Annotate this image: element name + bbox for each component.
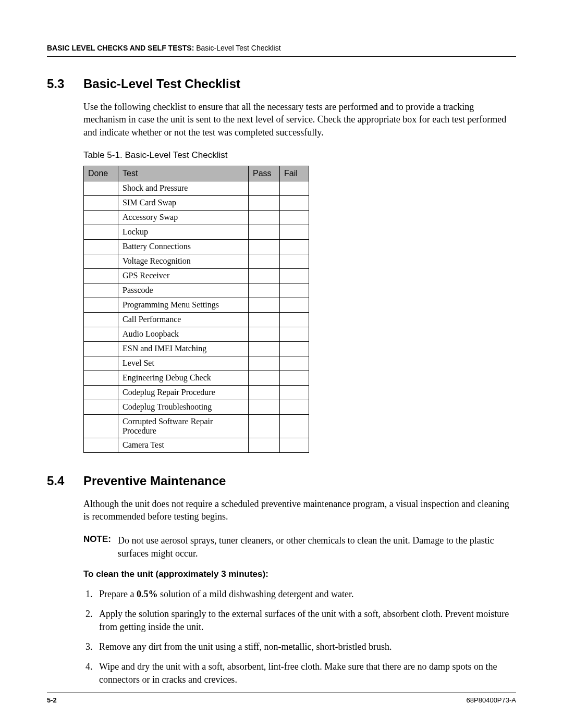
cell-pass	[249, 312, 280, 327]
note-text: Do not use aerosol sprays, tuner cleaner…	[118, 534, 516, 560]
cell-done	[84, 312, 118, 327]
section-5-4-intro: Although the unit does not require a sch…	[83, 498, 516, 523]
cell-pass	[249, 438, 280, 452]
cell-test: ESN and IMEI Matching	[118, 341, 249, 356]
cell-done	[84, 438, 118, 452]
footer-rule	[47, 693, 516, 693]
cell-done	[84, 356, 118, 371]
header-rule	[47, 56, 516, 57]
cell-pass	[249, 195, 280, 210]
cell-fail	[280, 356, 309, 371]
table-row: GPS Receiver	[84, 268, 309, 283]
footer-page-number: 5-2	[47, 696, 57, 704]
list-item: Prepare a 0.5% solution of a mild dishwa…	[95, 588, 516, 600]
cell-fail	[280, 225, 309, 239]
cell-done	[84, 371, 118, 385]
list-item: Wipe and dry the unit with a soft, absor…	[95, 660, 516, 686]
table-row: Level Set	[84, 356, 309, 371]
header-bold: BASIC LEVEL CHECKS AND SELF TESTS:	[47, 44, 194, 52]
table-row: Corrupted Software Repair Procedure	[84, 414, 309, 438]
cell-test: Shock and Pressure	[118, 181, 249, 195]
running-header: BASIC LEVEL CHECKS AND SELF TESTS: Basic…	[47, 44, 516, 56]
cell-fail	[280, 181, 309, 195]
footer-doc-id: 68P80400P73-A	[467, 696, 516, 704]
cell-fail	[280, 341, 309, 356]
cell-done	[84, 341, 118, 356]
cell-pass	[249, 210, 280, 225]
cell-pass	[249, 371, 280, 385]
table-row: Codeplug Repair Procedure	[84, 385, 309, 400]
step1-bold: 0.5%	[137, 589, 158, 599]
cell-test: SIM Card Swap	[118, 195, 249, 210]
cell-done	[84, 210, 118, 225]
col-header-fail: Fail	[280, 166, 309, 181]
list-item: Remove any dirt from the unit using a st…	[95, 640, 516, 653]
cell-fail	[280, 438, 309, 452]
cell-done	[84, 181, 118, 195]
table-row: Camera Test	[84, 438, 309, 452]
section-number: 5.4	[47, 474, 83, 488]
cell-test: Battery Connections	[118, 239, 249, 254]
cell-test: Engineering Debug Check	[118, 371, 249, 385]
table-row: SIM Card Swap	[84, 195, 309, 210]
cell-pass	[249, 400, 280, 414]
cell-test: Level Set	[118, 356, 249, 371]
step1-post: solution of a mild dishwashing detergent…	[157, 589, 353, 599]
table-row: Call Performance	[84, 312, 309, 327]
cell-pass	[249, 268, 280, 283]
cell-test: GPS Receiver	[118, 268, 249, 283]
cell-pass	[249, 414, 280, 438]
cell-test: Voltage Recognition	[118, 254, 249, 268]
cell-fail	[280, 371, 309, 385]
section-5-3-intro: Use the following checklist to ensure th…	[83, 101, 516, 139]
step1-pre: Prepare a	[99, 589, 137, 599]
cell-test: Accessory Swap	[118, 210, 249, 225]
cell-fail	[280, 385, 309, 400]
clean-subhead: To clean the unit (approximately 3 minut…	[83, 569, 516, 579]
note: NOTE: Do not use aerosol sprays, tuner c…	[83, 534, 516, 560]
table-row: Programming Menu Settings	[84, 298, 309, 312]
section-title: Preventive Maintenance	[83, 474, 226, 488]
list-item: Apply the solution sparingly to the exte…	[95, 608, 516, 633]
cell-done	[84, 414, 118, 438]
cell-done	[84, 195, 118, 210]
cell-fail	[280, 298, 309, 312]
section-number: 5.3	[47, 77, 83, 91]
cell-pass	[249, 327, 280, 341]
cell-fail	[280, 283, 309, 298]
note-label: NOTE:	[83, 534, 118, 560]
table-row: Accessory Swap	[84, 210, 309, 225]
cell-fail	[280, 312, 309, 327]
cell-pass	[249, 283, 280, 298]
cell-test: Lockup	[118, 225, 249, 239]
section-title: Basic-Level Test Checklist	[83, 77, 240, 91]
table-row: Audio Loopback	[84, 327, 309, 341]
cell-pass	[249, 239, 280, 254]
section-5-3-heading: 5.3 Basic-Level Test Checklist	[47, 77, 516, 91]
cell-fail	[280, 195, 309, 210]
cell-pass	[249, 341, 280, 356]
cleaning-steps: Prepare a 0.5% solution of a mild dishwa…	[95, 588, 516, 686]
table-row: Passcode	[84, 283, 309, 298]
cell-fail	[280, 210, 309, 225]
table-row: Engineering Debug Check	[84, 371, 309, 385]
cell-done	[84, 327, 118, 341]
cell-fail	[280, 268, 309, 283]
cell-fail	[280, 400, 309, 414]
cell-test: Codeplug Troubleshooting	[118, 400, 249, 414]
cell-test: Programming Menu Settings	[118, 298, 249, 312]
cell-pass	[249, 298, 280, 312]
table-row: Codeplug Troubleshooting	[84, 400, 309, 414]
cell-done	[84, 239, 118, 254]
table-header-row: Done Test Pass Fail	[84, 166, 309, 181]
cell-test: Corrupted Software Repair Procedure	[118, 414, 249, 438]
cell-pass	[249, 181, 280, 195]
cell-done	[84, 268, 118, 283]
col-header-test: Test	[118, 166, 249, 181]
cell-done	[84, 225, 118, 239]
col-header-done: Done	[84, 166, 118, 181]
table-caption: Table 5-1. Basic-Level Test Checklist	[83, 150, 516, 161]
cell-fail	[280, 254, 309, 268]
cell-test: Audio Loopback	[118, 327, 249, 341]
table-row: ESN and IMEI Matching	[84, 341, 309, 356]
